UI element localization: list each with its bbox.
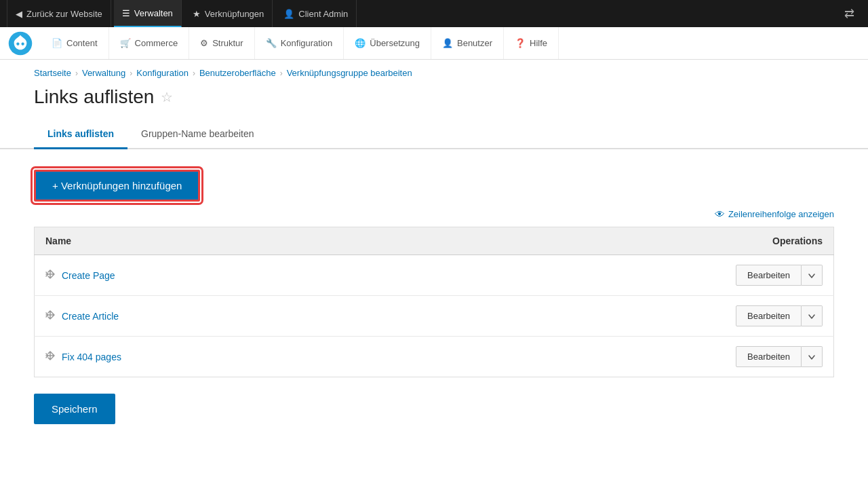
drag-handle-icon[interactable] <box>45 269 55 279</box>
drag-handle-icon[interactable] <box>45 310 55 320</box>
commerce-icon: 🛒 <box>120 38 131 48</box>
save-button[interactable]: Speichern <box>34 394 115 424</box>
table-row: Fix 404 pagesBearbeiten <box>35 337 834 377</box>
main-content: + Verknüpfungen hinzufügen 👁 Zeilenreihe… <box>0 149 868 445</box>
admin-menu-ubersetzung[interactable]: 🌐 Übersetzung <box>344 27 431 59</box>
breadcrumb-sep-2: › <box>130 69 132 78</box>
admin-menu-commerce[interactable]: 🛒 Commerce <box>109 27 190 59</box>
menu-icon: ☰ <box>122 8 130 18</box>
breadcrumb-sep-3: › <box>193 69 195 78</box>
svg-point-2 <box>21 42 24 45</box>
table-cell-operations: Bearbeiten <box>413 255 833 296</box>
struktur-icon: ⚙ <box>200 38 208 48</box>
admin-menu-konfiguration[interactable]: 🔧 Konfiguration <box>255 27 344 59</box>
table-cell-name: Fix 404 pages <box>35 337 414 377</box>
top-bar-verwalten-label: Verwalten <box>134 8 173 18</box>
admin-menu-konfiguration-label: Konfiguration <box>281 38 333 48</box>
admin-menu-items: 📄 Content 🛒 Commerce ⚙ Struktur 🔧 Konfig… <box>41 27 861 59</box>
dropdown-button-row-create-article[interactable] <box>802 305 823 326</box>
button-group-row-create-page: Bearbeiten <box>736 265 823 286</box>
button-group-row-create-article: Bearbeiten <box>736 305 823 326</box>
admin-menu-benutzer-label: Benutzer <box>457 38 492 48</box>
show-order-toggle[interactable]: 👁 Zeilenreihenfolge anzeigen <box>34 202 834 227</box>
admin-menu-commerce-label: Commerce <box>135 38 178 48</box>
help-icon: ❓ <box>515 38 526 48</box>
top-bar-verknupfungen[interactable]: ★ Verknüpfungen <box>184 0 273 27</box>
tabs: Links auflisten Gruppen-Name bearbeiten <box>0 121 868 149</box>
config-icon: 🔧 <box>266 38 277 48</box>
admin-menu-ubersetzung-label: Übersetzung <box>370 38 420 48</box>
breadcrumb-sep-4: › <box>280 69 283 78</box>
admin-menu-benutzer[interactable]: 👤 Benutzer <box>431 27 504 59</box>
drag-handle-icon[interactable] <box>45 351 55 360</box>
breadcrumb-sep-1: › <box>75 69 78 78</box>
svg-point-1 <box>16 42 19 45</box>
tab-links-auflisten[interactable]: Links auflisten <box>34 121 127 149</box>
breadcrumb-benutzeroberflache[interactable]: Benutzeroberfläche <box>199 68 276 78</box>
star-icon-top: ★ <box>193 9 201 19</box>
link-name-row-create-article[interactable]: Create Article <box>62 311 119 322</box>
sidebar-toggle-icon[interactable]: ⇄ <box>844 6 854 21</box>
table-header-name: Name <box>35 227 414 255</box>
breadcrumb-konfiguration[interactable]: Konfiguration <box>136 68 189 78</box>
translate-icon: 🌐 <box>355 38 366 48</box>
edit-button-row-create-page[interactable]: Bearbeiten <box>736 265 802 286</box>
breadcrumb-verknupfungsgruppe[interactable]: Verknüpfungsgruppe bearbeiten <box>287 68 412 78</box>
top-bar-right: ⇄ <box>837 6 861 21</box>
drupal-logo[interactable] <box>7 30 34 57</box>
table-row: Create ArticleBearbeiten <box>35 296 834 337</box>
table-cell-operations: Bearbeiten <box>413 296 833 337</box>
edit-button-row-fix-404[interactable]: Bearbeiten <box>736 346 802 367</box>
table-cell-name: Create Page <box>35 255 414 296</box>
content-icon: 📄 <box>52 38 62 48</box>
breadcrumb-startseite[interactable]: Startseite <box>34 68 71 78</box>
back-icon: ◀ <box>16 9 22 19</box>
top-bar: ◀ Zurück zur Website ☰ Verwalten ★ Verkn… <box>0 0 868 27</box>
person-icon: 👤 <box>283 9 294 19</box>
show-order-label: Zeilenreihenfolge anzeigen <box>728 209 834 219</box>
page-header: Links auflisten ☆ <box>0 86 868 121</box>
link-name-row-create-page[interactable]: Create Page <box>62 270 115 281</box>
eye-icon: 👁 <box>715 208 725 220</box>
page-title: Links auflisten <box>34 86 154 108</box>
favorite-star-icon[interactable]: ☆ <box>161 89 173 105</box>
top-bar-client-admin[interactable]: 👤 Client Admin <box>275 0 357 27</box>
admin-menu-hilfe-label: Hilfe <box>530 38 547 48</box>
table-body: Create PageBearbeiten Create ArticleBear… <box>35 255 834 377</box>
tab-gruppen-name[interactable]: Gruppen-Name bearbeiten <box>127 121 268 149</box>
add-verknupfungen-button[interactable]: + Verknüpfungen hinzufügen <box>34 170 200 202</box>
link-name-row-fix-404[interactable]: Fix 404 pages <box>62 352 121 362</box>
admin-menu-content-label: Content <box>66 38 98 48</box>
top-bar-verknupfungen-label: Verknüpfungen <box>205 9 264 19</box>
admin-menu-struktur[interactable]: ⚙ Struktur <box>189 27 255 59</box>
admin-menu: 📄 Content 🛒 Commerce ⚙ Struktur 🔧 Konfig… <box>0 27 868 60</box>
top-bar-back[interactable]: ◀ Zurück zur Website <box>7 0 111 27</box>
table-cell-name: Create Article <box>35 296 414 337</box>
breadcrumb-verwaltung[interactable]: Verwaltung <box>82 68 125 78</box>
top-bar-client-admin-label: Client Admin <box>298 9 348 19</box>
dropdown-button-row-fix-404[interactable] <box>802 346 823 367</box>
admin-menu-content[interactable]: 📄 Content <box>41 27 109 59</box>
table-cell-operations: Bearbeiten <box>413 337 833 377</box>
table-header: Name Operations <box>35 227 834 255</box>
user-icon: 👤 <box>442 38 453 48</box>
top-bar-back-label: Zurück zur Website <box>26 9 102 19</box>
admin-menu-struktur-label: Struktur <box>212 38 243 48</box>
breadcrumb: Startseite › Verwaltung › Konfiguration … <box>0 60 868 86</box>
edit-button-row-create-article[interactable]: Bearbeiten <box>736 305 802 326</box>
table-header-operations: Operations <box>413 227 833 255</box>
admin-menu-hilfe[interactable]: ❓ Hilfe <box>504 27 559 59</box>
dropdown-button-row-create-page[interactable] <box>802 265 823 286</box>
button-group-row-fix-404: Bearbeiten <box>736 346 823 367</box>
links-table: Name Operations Create PageBearbeiten Cr… <box>34 227 834 377</box>
top-bar-verwalten[interactable]: ☰ Verwalten <box>114 0 182 27</box>
table-row: Create PageBearbeiten <box>35 255 834 296</box>
